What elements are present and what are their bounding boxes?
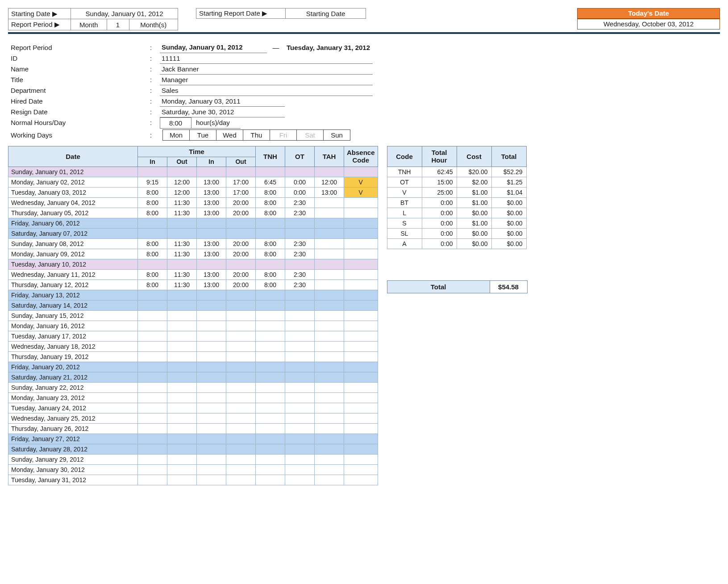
cell-value[interactable]: [167, 331, 197, 341]
cell-value[interactable]: [256, 403, 285, 413]
cell-value[interactable]: [344, 228, 378, 238]
hours-value[interactable]: 8:00: [160, 117, 191, 128]
cell-value[interactable]: [197, 218, 226, 228]
cell-value[interactable]: [226, 434, 256, 444]
cell-value[interactable]: [197, 475, 226, 485]
cell-value[interactable]: [197, 413, 226, 423]
cell-value[interactable]: [226, 475, 256, 485]
cell-value[interactable]: 12:00: [315, 177, 344, 187]
cell-value[interactable]: [344, 403, 378, 413]
cell-value[interactable]: 17:00: [226, 177, 256, 187]
cell-value[interactable]: [285, 464, 315, 475]
cell-value[interactable]: 2:30: [285, 197, 315, 208]
cell-value[interactable]: [226, 403, 256, 413]
cell-value[interactable]: [256, 382, 285, 392]
cell-value[interactable]: [138, 434, 167, 444]
cell-value[interactable]: 20:00: [226, 249, 256, 259]
cell-value[interactable]: [315, 197, 344, 208]
cell-value[interactable]: [197, 331, 226, 341]
cell-value[interactable]: [138, 310, 167, 321]
cell-value[interactable]: [256, 218, 285, 228]
cell-value[interactable]: 0:00: [285, 187, 315, 197]
day-thu[interactable]: Thu: [243, 129, 270, 140]
cell-value[interactable]: [167, 392, 197, 403]
cell-value[interactable]: [344, 279, 378, 290]
cell-value[interactable]: 8:00: [256, 197, 285, 208]
cell-value[interactable]: [315, 341, 344, 351]
cell-value[interactable]: [167, 444, 197, 454]
cell-value[interactable]: [138, 475, 167, 485]
day-sun[interactable]: Sun: [324, 129, 350, 140]
cell-value[interactable]: [256, 167, 285, 177]
cell-value[interactable]: 11:30: [167, 197, 197, 208]
cell-value[interactable]: 2:30: [285, 279, 315, 290]
cell-value[interactable]: [256, 475, 285, 485]
cell-value[interactable]: [344, 269, 378, 279]
cell-value[interactable]: 13:00: [197, 238, 226, 249]
cell-value[interactable]: [344, 331, 378, 341]
cell-value[interactable]: 8:00: [256, 269, 285, 279]
cell-value[interactable]: 20:00: [226, 238, 256, 249]
cell-value[interactable]: 8:00: [256, 279, 285, 290]
cell-value[interactable]: [226, 444, 256, 454]
cell-value[interactable]: [256, 351, 285, 362]
cell-value[interactable]: [344, 218, 378, 228]
cell-value[interactable]: 13:00: [197, 177, 226, 187]
cell-value[interactable]: [226, 259, 256, 269]
cell-value[interactable]: [315, 382, 344, 392]
cell-value[interactable]: [167, 321, 197, 331]
cell-value[interactable]: [197, 259, 226, 269]
cell-value[interactable]: [285, 218, 315, 228]
cell-value[interactable]: [285, 392, 315, 403]
cell-value[interactable]: [256, 300, 285, 310]
cell-value[interactable]: 8:00: [138, 197, 167, 208]
cell-value[interactable]: [256, 372, 285, 382]
cell-value[interactable]: [226, 351, 256, 362]
cell-value[interactable]: [315, 238, 344, 249]
cell-value[interactable]: [344, 475, 378, 485]
cell-value[interactable]: [226, 392, 256, 403]
cell-value[interactable]: [315, 475, 344, 485]
cell-value[interactable]: 0:00: [285, 177, 315, 187]
cell-value[interactable]: [285, 290, 315, 300]
cell-value[interactable]: [256, 259, 285, 269]
starting-report-value[interactable]: Starting Date: [286, 8, 366, 19]
cell-value[interactable]: 20:00: [226, 208, 256, 218]
cell-value[interactable]: [226, 228, 256, 238]
cell-value[interactable]: [138, 351, 167, 362]
cell-value[interactable]: [226, 341, 256, 351]
cell-value[interactable]: [285, 331, 315, 341]
cell-value[interactable]: [197, 228, 226, 238]
cell-value[interactable]: [138, 382, 167, 392]
cell-value[interactable]: [344, 238, 378, 249]
cell-value[interactable]: 6:45: [256, 177, 285, 187]
cell-value[interactable]: [167, 362, 197, 372]
cell-value[interactable]: 11:30: [167, 249, 197, 259]
cell-value[interactable]: [197, 310, 226, 321]
cell-value[interactable]: 20:00: [226, 269, 256, 279]
cell-value[interactable]: [256, 290, 285, 300]
cell-value[interactable]: [138, 290, 167, 300]
cell-value[interactable]: [344, 310, 378, 321]
day-fri[interactable]: Fri: [270, 129, 297, 140]
cell-value[interactable]: [197, 290, 226, 300]
cell-value[interactable]: [315, 403, 344, 413]
cell-value[interactable]: [138, 362, 167, 372]
cell-value[interactable]: [344, 444, 378, 454]
cell-value[interactable]: [226, 454, 256, 464]
cell-value[interactable]: 11:30: [167, 269, 197, 279]
cell-value[interactable]: [344, 423, 378, 434]
cell-value[interactable]: [344, 208, 378, 218]
cell-value[interactable]: [285, 321, 315, 331]
cell-value[interactable]: [226, 382, 256, 392]
cell-value[interactable]: [197, 351, 226, 362]
cell-value[interactable]: 12:00: [167, 177, 197, 187]
cell-value[interactable]: [226, 423, 256, 434]
cell-value[interactable]: [285, 228, 315, 238]
cell-value[interactable]: [344, 392, 378, 403]
cell-value[interactable]: [197, 423, 226, 434]
period-unit[interactable]: Month: [71, 19, 107, 30]
cell-value[interactable]: [344, 464, 378, 475]
cell-value[interactable]: [315, 454, 344, 464]
cell-value[interactable]: [226, 362, 256, 372]
